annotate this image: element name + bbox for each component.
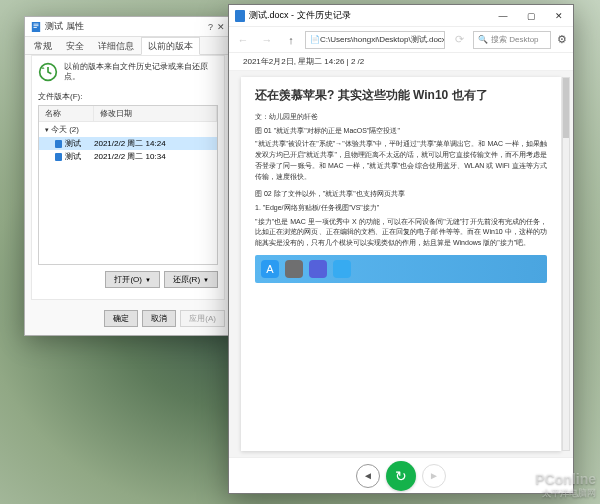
list-header: 名称 修改日期	[39, 106, 217, 122]
document-page: 还在羡慕苹果? 其实这些功能 Win10 也有了 文：幼儿园里的轩爸 图 01 …	[241, 77, 561, 451]
fh-title: 测试.docx - 文件历史记录	[249, 9, 489, 22]
svg-rect-2	[34, 25, 39, 26]
doc-icon	[235, 10, 245, 22]
dock-app-icon	[285, 260, 303, 278]
dock-app-icon	[309, 260, 327, 278]
cancel-button[interactable]: 取消	[142, 310, 176, 327]
watermark: PConline 太平洋电脑网	[535, 471, 596, 500]
version-list-label: 文件版本(F):	[38, 91, 218, 102]
doc-icon	[55, 153, 62, 161]
svg-rect-1	[34, 23, 39, 24]
dock-app-icon: A	[261, 260, 279, 278]
doc-author: 文：幼儿园里的轩爸	[255, 112, 547, 123]
restore-button[interactable]: 还原(R)▼	[164, 271, 218, 288]
fh-toolbar: ← → ↑ 📄 C:\Users\hongxi\Desktop\测试.docx …	[229, 27, 573, 53]
version-row[interactable]: 测试 2021/2/2 周二 14:24	[39, 137, 217, 150]
properties-title: 测试 属性	[45, 20, 208, 33]
minimize-button[interactable]: —	[489, 5, 517, 27]
properties-body: 以前的版本来自文件历史记录或来自还原点。 文件版本(F): 名称 修改日期 今天…	[31, 55, 225, 300]
search-input[interactable]: 🔍搜索 Desktop	[473, 31, 551, 49]
file-history-window: 测试.docx - 文件历史记录 — ▢ ✕ ← → ↑ 📄 C:\Users\…	[228, 4, 574, 494]
version-meta: 2021年2月2日, 星期二 14:26 | 2 /2	[229, 53, 573, 71]
chevron-down-icon: ▼	[145, 277, 151, 283]
version-row[interactable]: 测试 2021/2/2 周二 10:34	[39, 150, 217, 163]
fh-navigation: ◄ ↻ ►	[229, 457, 573, 493]
backup-icon	[38, 62, 58, 82]
tab-general[interactable]: 常规	[27, 37, 59, 54]
chevron-down-icon: ▼	[203, 277, 209, 283]
prev-version-button[interactable]: ◄	[356, 464, 380, 488]
properties-tabs: 常规 安全 详细信息 以前的版本	[25, 37, 231, 55]
open-button[interactable]: 打开(O)▼	[105, 271, 160, 288]
version-list[interactable]: 名称 修改日期 今天 (2) 测试 2021/2/2 周二 14:24 测试 2…	[38, 105, 218, 265]
tab-details[interactable]: 详细信息	[91, 37, 141, 54]
document-preview: 还在羡慕苹果? 其实这些功能 Win10 也有了 文：幼儿园里的轩爸 图 01 …	[229, 71, 573, 457]
fh-titlebar[interactable]: 测试.docx - 文件历史记录 — ▢ ✕	[229, 5, 573, 27]
tab-security[interactable]: 安全	[59, 37, 91, 54]
tab-previous-versions[interactable]: 以前的版本	[141, 37, 200, 55]
doc-paragraph: "接力"也是 MAC 里一项优秀中 X 的功能，可以在不同设备间"无缝"打开先前…	[255, 217, 547, 250]
restore-hint: 以前的版本来自文件历史记录或来自还原点。	[64, 62, 218, 83]
col-name[interactable]: 名称	[39, 106, 94, 121]
doc-list-item: 1. "Edge/网络剪贴板/任务视图"VS"接力"	[255, 203, 547, 214]
forward-button: →	[257, 31, 277, 49]
apply-button: 应用(A)	[180, 310, 225, 327]
col-date[interactable]: 修改日期	[94, 106, 217, 121]
up-button[interactable]: ↑	[281, 31, 301, 49]
doc-icon	[55, 140, 62, 148]
doc-heading: 还在羡慕苹果? 其实这些功能 Win10 也有了	[255, 87, 547, 104]
next-version-button[interactable]: ►	[422, 464, 446, 488]
restore-version-button[interactable]: ↻	[386, 461, 416, 491]
doc-icon	[31, 22, 41, 32]
group-today[interactable]: 今天 (2)	[39, 122, 217, 137]
settings-button[interactable]: ⚙	[555, 33, 569, 46]
scrollbar-thumb[interactable]	[563, 78, 569, 138]
doc-image: A	[255, 255, 547, 283]
properties-dialog: 测试 属性 ? ✕ 常规 安全 详细信息 以前的版本 以前的版本来自文件历史记录…	[24, 16, 232, 336]
properties-titlebar[interactable]: 测试 属性 ? ✕	[25, 17, 231, 37]
refresh-button: ⟳	[449, 31, 469, 49]
doc-caption: 图 02 除了文件以外，"就近共享"也支持网页共享	[255, 189, 547, 200]
doc-caption: 图 01 "就近共享"对标的正是 MacOS"隔空投送"	[255, 126, 547, 137]
search-icon: 🔍	[478, 35, 488, 44]
dock-app-icon	[333, 260, 351, 278]
ok-button[interactable]: 确定	[104, 310, 138, 327]
maximize-button[interactable]: ▢	[517, 5, 545, 27]
close-button[interactable]: ✕	[545, 5, 573, 27]
svg-rect-3	[34, 27, 37, 28]
vertical-scrollbar[interactable]	[562, 77, 570, 451]
close-icon[interactable]: ✕	[217, 22, 225, 32]
doc-paragraph: "就近共享"被设计在"系统"→"体验共享"中，平时通过"共享"菜单调出它。和 M…	[255, 139, 547, 182]
path-bar[interactable]: 📄 C:\Users\hongxi\Desktop\测试.docx	[305, 31, 445, 49]
help-icon[interactable]: ?	[208, 22, 213, 32]
back-button: ←	[233, 31, 253, 49]
